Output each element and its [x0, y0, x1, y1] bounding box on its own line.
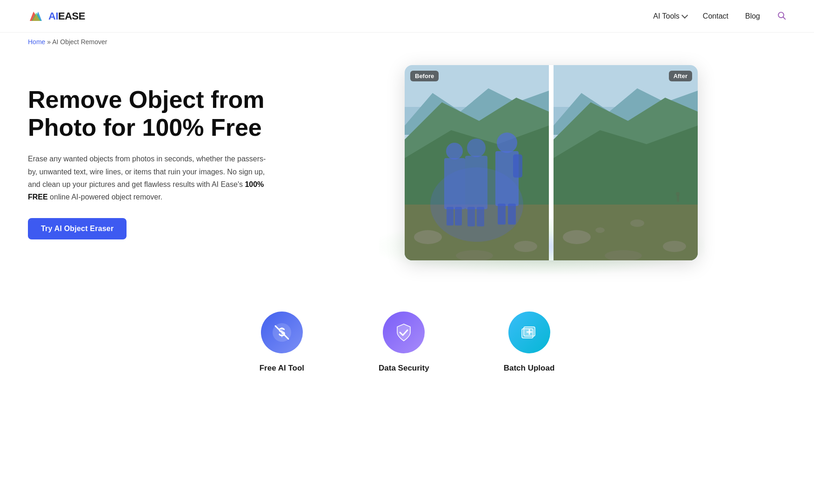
hero-content: Remove Object from Photo for 100% Free E…	[28, 86, 298, 239]
after-label: After	[669, 71, 692, 81]
svg-rect-19	[477, 207, 484, 226]
svg-rect-24	[513, 154, 522, 178]
data-security-icon-wrap	[383, 312, 425, 353]
svg-rect-12	[444, 158, 465, 209]
cta-button[interactable]: Try AI Object Eraser	[28, 218, 127, 239]
hero-description: Erase any wanted objects from photos in …	[28, 153, 270, 203]
svg-point-32	[663, 241, 686, 252]
logo-icon	[28, 8, 45, 25]
hero-title: Remove Object from Photo for 100% Free	[28, 86, 298, 142]
svg-point-35	[595, 227, 605, 233]
nav-item-aitools[interactable]: AI Tools	[653, 12, 686, 20]
nav-links: AI Tools Contact Blog	[653, 11, 786, 22]
search-button[interactable]	[777, 11, 786, 22]
feature-free-ai: $ Free AI Tool	[260, 312, 304, 373]
before-image	[405, 65, 549, 260]
svg-rect-15	[455, 207, 462, 225]
plus-layers-icon	[519, 322, 540, 343]
features-section: $ Free AI Tool Data Security	[0, 284, 814, 410]
svg-point-8	[414, 230, 442, 244]
svg-rect-22	[498, 204, 506, 225]
svg-point-31	[563, 230, 591, 244]
before-label: Before	[410, 71, 439, 81]
svg-line-1	[783, 17, 786, 19]
no-dollar-icon: $	[272, 322, 292, 343]
search-icon	[777, 11, 786, 20]
nav-item-contact[interactable]: Contact	[703, 12, 728, 20]
chevron-down-icon	[681, 12, 688, 18]
svg-rect-14	[447, 207, 454, 225]
navigation: AIEASE AI Tools Contact Blog	[0, 0, 814, 33]
svg-point-21	[497, 133, 517, 153]
before-after-comparison: Before	[405, 65, 698, 260]
free-ai-icon-wrap: $	[261, 312, 303, 353]
svg-point-13	[446, 143, 463, 159]
breadcrumb-home[interactable]: Home	[28, 38, 45, 46]
breadcrumb: Home » AI Object Remover	[0, 33, 814, 51]
svg-rect-18	[467, 207, 475, 226]
breadcrumb-current: AI Object Remover	[52, 38, 107, 46]
hero-images: Before	[298, 65, 786, 260]
svg-rect-16	[465, 156, 487, 209]
shield-check-icon	[394, 322, 414, 343]
svg-point-9	[514, 241, 537, 252]
feature-batch-upload: Batch Upload	[504, 312, 555, 373]
after-panel: After	[554, 65, 698, 260]
nav-item-blog[interactable]: Blog	[745, 12, 760, 20]
hero-section: Remove Object from Photo for 100% Free E…	[0, 51, 814, 284]
svg-rect-23	[508, 204, 516, 225]
after-image	[554, 65, 698, 260]
svg-point-17	[467, 139, 486, 157]
before-panel: Before	[405, 65, 549, 260]
feature-data-security-label: Data Security	[379, 364, 429, 373]
breadcrumb-separator: »	[47, 38, 51, 46]
svg-point-37	[676, 192, 680, 196]
logo-text: AIEASE	[48, 10, 85, 22]
svg-point-34	[630, 219, 644, 227]
feature-free-ai-label: Free AI Tool	[260, 364, 304, 373]
batch-upload-icon-wrap	[508, 312, 550, 353]
logo[interactable]: AIEASE	[28, 8, 85, 25]
feature-batch-upload-label: Batch Upload	[504, 364, 555, 373]
svg-rect-36	[677, 195, 679, 202]
feature-data-security: Data Security	[379, 312, 429, 373]
